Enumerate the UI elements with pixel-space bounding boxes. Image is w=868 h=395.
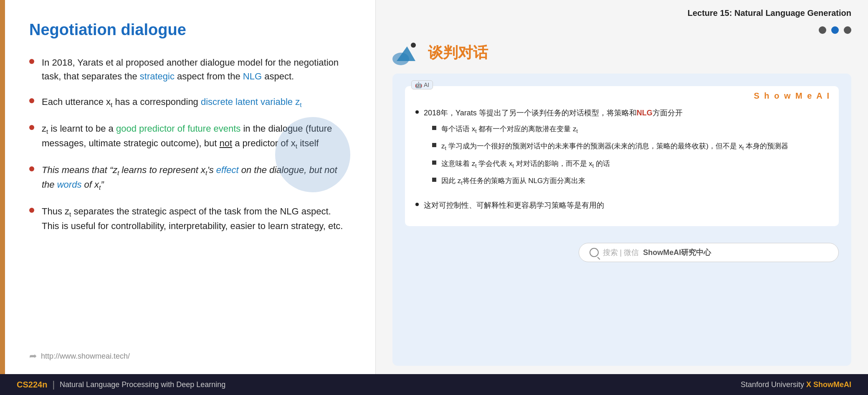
- bullet-text: Each utterance xt has a corresponding di…: [42, 95, 350, 110]
- bottom-right: Stanford University X ShowMeAI: [741, 380, 851, 389]
- bullet-text: In 2018, Yarats et al proposed another d…: [42, 56, 350, 83]
- list-item: Each utterance xt has a corresponding di…: [29, 95, 350, 110]
- watermark-circle: [275, 117, 350, 192]
- cn-bullet-dot: [415, 110, 419, 114]
- search-icon: [590, 248, 599, 257]
- bullet-dot: [29, 59, 34, 64]
- highlight-words: words: [57, 179, 82, 190]
- ai-icon: 🤖: [415, 82, 422, 88]
- bottom-separator: |: [52, 379, 55, 390]
- bullet-dot: [29, 166, 34, 171]
- ai-label: AI: [424, 82, 429, 88]
- bottom-left: CS224n | Natural Language Processing wit…: [17, 379, 225, 390]
- cn-list-item: 2018年，Yarats 等提出了另一个谈判任务的对话模型，将策略和NLG方面分…: [415, 107, 828, 193]
- cn-square: [432, 126, 436, 130]
- cn-list-item: 这对可控制性、可解释性和更容易学习策略等是有用的: [415, 199, 828, 212]
- cn-square: [432, 161, 436, 165]
- nav-dot-2[interactable]: [831, 26, 839, 34]
- course-code: CS224n: [17, 380, 47, 390]
- bottom-bar: CS224n | Natural Language Processing wit…: [0, 374, 868, 395]
- cn-sub-item: 因此 zt将任务的策略方面从 NLG方面分离出来: [432, 175, 788, 187]
- left-slide-panel: Negotiation dialogue In 2018, Yarats et …: [0, 0, 376, 374]
- cn-bullet-list: 2018年，Yarats 等提出了另一个谈判任务的对话模型，将策略和NLG方面分…: [415, 107, 828, 211]
- mountain-icon: [392, 40, 422, 65]
- right-top-area: Lecture 15: Natural Language Generation: [688, 8, 851, 42]
- showmeai-badge: 🤖 AI: [411, 80, 433, 89]
- highlight-nlg: NLG: [243, 71, 262, 82]
- highlight-effect: effect: [216, 165, 239, 175]
- cn-sub-item: 每个话语 xt 都有一个对应的离散潜在变量 zt: [432, 123, 788, 135]
- bullet-text: Thus zt separates the strategic aspect o…: [42, 204, 350, 233]
- cn-title: 谈判对话: [428, 43, 488, 63]
- right-header: Lecture 15: Natural Language Generation: [392, 8, 851, 42]
- highlight-strategic: strategic: [140, 71, 175, 82]
- cn-square: [432, 178, 436, 182]
- cn-bullet-dot: [415, 203, 419, 206]
- cn-square: [432, 143, 436, 147]
- x-separator: X: [806, 380, 813, 389]
- cn-title-section: 谈判对话: [392, 40, 851, 65]
- cn-sub-item: zt 学习成为一个很好的预测对话中的未来事件的预测器(未来的消息，策略的最终收获…: [432, 140, 788, 153]
- cn-bullet-text: 2018年，Yarats 等提出了另一个谈判任务的对话模型，将策略和NLG方面分…: [424, 107, 788, 193]
- list-item: Thus zt separates the strategic aspect o…: [29, 204, 350, 233]
- bullet-dot: [29, 125, 34, 130]
- list-item: In 2018, Yarats et al proposed another d…: [29, 56, 350, 83]
- highlight-predictor: good predictor of future events: [116, 123, 240, 134]
- cn-sub-text-4: 因此 zt将任务的策略方面从 NLG方面分离出来: [441, 175, 585, 187]
- cn-sub-text-3: 这意味着 zt 学会代表 xt 对对话的影响，而不是 xt 的话: [441, 158, 610, 170]
- cn-sub-text-2: zt 学习成为一个很好的预测对话中的未来事件的预测器(未来的消息，策略的最终收获…: [441, 140, 788, 153]
- cn-bullet-text-2: 这对可控制性、可解释性和更容易学习策略等是有用的: [424, 199, 604, 212]
- footer-link[interactable]: ➦ http://www.showmeai.tech/: [29, 351, 130, 362]
- highlight-nlg-cn: NLG: [637, 109, 653, 117]
- search-brand: ShowMeAI研究中心: [643, 247, 711, 257]
- showmeai-brand-label: S h o w M e A I: [754, 91, 830, 101]
- dots-nav: [819, 26, 851, 34]
- text-not: not: [220, 138, 233, 148]
- lecture-title: Lecture 15: Natural Language Generation: [688, 8, 851, 18]
- course-desc: Natural Language Processing with Deep Le…: [60, 380, 225, 389]
- bullet-dot: [29, 98, 34, 103]
- right-content-card: 🤖 AI S h o w M e A I 2018年，Yarats 等提出了另一…: [392, 74, 851, 366]
- stanford-text: Stanford University: [741, 380, 804, 389]
- accent-border: [0, 0, 5, 374]
- cn-sub-list: 每个话语 xt 都有一个对应的离散潜在变量 zt zt 学习成为一个很好的预测对…: [432, 123, 788, 188]
- nav-dot-1[interactable]: [819, 26, 826, 34]
- cn-sub-text-1: 每个话语 xt 都有一个对应的离散潜在变量 zt: [441, 123, 578, 135]
- slide-title: Negotiation dialogue: [29, 21, 350, 39]
- highlight-dlv: discrete latent variable zt: [201, 97, 302, 107]
- footer-url: http://www.showmeai.tech/: [41, 352, 130, 361]
- bullet-dot: [29, 208, 34, 213]
- nav-dot-3[interactable]: [844, 26, 851, 34]
- right-panel: Lecture 15: Natural Language Generation …: [376, 0, 868, 374]
- svg-point-2: [411, 43, 416, 48]
- cursor-icon: ➦: [29, 351, 37, 362]
- cn-sub-item: 这意味着 zt 学会代表 xt 对对话的影响，而不是 xt 的话: [432, 158, 788, 170]
- showmeai-area: 🤖 AI S h o w M e A I 2018年，Yarats 等提出了另一…: [405, 86, 839, 226]
- search-bar[interactable]: 搜索 | 微信 ShowMeAI研究中心: [579, 243, 839, 262]
- showmeai-text: ShowMeAI: [813, 380, 851, 389]
